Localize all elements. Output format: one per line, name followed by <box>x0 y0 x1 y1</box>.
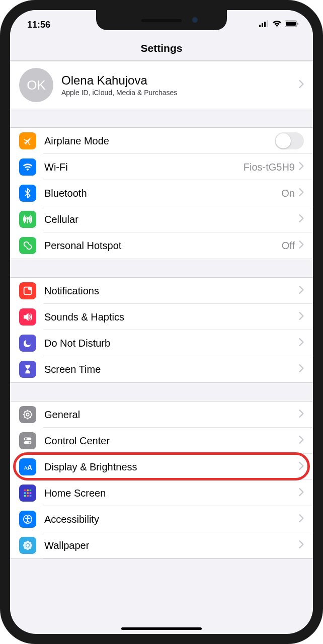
svg-rect-2 <box>264 22 266 27</box>
general-row[interactable]: General <box>10 401 313 428</box>
svg-point-33 <box>24 542 27 545</box>
svg-point-14 <box>29 442 31 444</box>
sounds-haptics-row[interactable]: Sounds & Haptics <box>10 304 313 330</box>
wifi-icon <box>19 158 36 176</box>
toggles-icon <box>19 432 36 449</box>
svg-rect-3 <box>267 20 268 27</box>
svg-text:A: A <box>27 464 32 471</box>
svg-rect-21 <box>27 492 29 494</box>
airplane-mode-switch[interactable] <box>275 132 304 149</box>
svg-rect-23 <box>24 495 26 497</box>
row-label: Screen Time <box>44 364 299 375</box>
do-not-disturb-row[interactable]: Do Not Disturb <box>10 330 313 356</box>
svg-point-10 <box>26 413 29 416</box>
home-screen-row[interactable]: Home Screen <box>10 480 313 506</box>
display-brightness-row[interactable]: AA Display & Brightness <box>10 454 313 480</box>
row-label: Personal Hotspot <box>44 240 282 252</box>
chevron-right-icon <box>299 188 304 198</box>
chevron-right-icon <box>299 162 304 172</box>
svg-rect-18 <box>27 490 29 492</box>
profile-group: OK Olena Kahujova Apple ID, iCloud, Medi… <box>10 61 313 109</box>
hourglass-icon <box>19 361 36 378</box>
settings-list[interactable]: OK Olena Kahujova Apple ID, iCloud, Medi… <box>10 61 313 630</box>
svg-rect-5 <box>286 22 296 26</box>
device-frame: 11:56 Settings OK <box>0 0 323 644</box>
row-label: Wallpaper <box>44 540 299 551</box>
avatar: OK <box>19 68 53 102</box>
svg-rect-0 <box>259 25 261 27</box>
row-label: Do Not Disturb <box>44 338 299 349</box>
chevron-right-icon <box>299 540 304 550</box>
row-label: General <box>44 409 299 421</box>
row-label: Display & Brightness <box>44 461 299 473</box>
bluetooth-row[interactable]: Bluetooth On <box>10 180 313 206</box>
chevron-right-icon <box>299 338 304 348</box>
chevron-right-icon <box>299 488 304 498</box>
accessibility-icon <box>19 511 36 528</box>
chevron-right-icon <box>299 462 304 472</box>
svg-point-35 <box>24 546 27 549</box>
row-label: Home Screen <box>44 488 299 499</box>
row-label: Notifications <box>44 285 299 297</box>
connectivity-group: Airplane Mode Wi-Fi Fios-tG5H9 Bluetooth… <box>10 127 313 259</box>
status-icons <box>259 20 299 29</box>
flower-icon <box>19 537 36 554</box>
svg-rect-20 <box>24 492 26 494</box>
row-label: Bluetooth <box>44 188 281 199</box>
cellular-row[interactable]: Cellular <box>10 206 313 232</box>
svg-point-27 <box>27 516 28 518</box>
moon-icon <box>19 335 36 352</box>
svg-point-8 <box>28 287 32 290</box>
apple-id-row[interactable]: OK Olena Kahujova Apple ID, iCloud, Medi… <box>10 61 313 109</box>
svg-rect-6 <box>297 23 298 25</box>
notifications-row[interactable]: Notifications <box>10 278 313 304</box>
navigation-bar: Settings <box>10 35 313 61</box>
chevron-right-icon <box>299 240 304 251</box>
home-indicator[interactable] <box>121 627 202 630</box>
page-title: Settings <box>10 42 313 54</box>
speaker-icon <box>19 308 36 326</box>
notifications-icon <box>19 282 36 299</box>
bluetooth-icon <box>19 185 36 202</box>
chevron-right-icon <box>299 514 304 524</box>
svg-point-28 <box>26 544 29 547</box>
accessibility-row[interactable]: Accessibility <box>10 506 313 532</box>
grid-icon <box>19 485 36 502</box>
svg-rect-25 <box>30 495 32 497</box>
airplane-mode-row[interactable]: Airplane Mode <box>10 128 313 154</box>
svg-rect-24 <box>27 495 29 497</box>
row-detail: Fios-tG5H9 <box>244 162 295 173</box>
device-group: General Control Center AA Display & Brig… <box>10 401 313 559</box>
row-detail: Off <box>282 240 295 252</box>
svg-rect-1 <box>262 23 263 27</box>
battery-icon <box>285 20 299 29</box>
chevron-right-icon <box>299 286 304 296</box>
svg-point-12 <box>25 438 27 440</box>
airplane-icon <box>19 132 36 149</box>
chevron-right-icon <box>299 214 304 224</box>
chevron-right-icon <box>299 312 304 322</box>
chevron-right-icon <box>299 410 304 420</box>
alerts-group: Notifications Sounds & Haptics Do Not Di… <box>10 277 313 383</box>
wifi-status-icon <box>272 20 282 29</box>
svg-rect-17 <box>24 490 26 492</box>
row-label: Cellular <box>44 214 299 225</box>
profile-name: Olena Kahujova <box>61 73 299 88</box>
row-label: Control Center <box>44 435 299 447</box>
svg-rect-19 <box>30 490 32 492</box>
svg-point-34 <box>29 542 32 545</box>
control-center-row[interactable]: Control Center <box>10 428 313 454</box>
row-label: Wi-Fi <box>44 162 244 173</box>
wifi-row[interactable]: Wi-Fi Fios-tG5H9 <box>10 154 313 180</box>
wallpaper-row[interactable]: Wallpaper <box>10 532 313 558</box>
notch <box>96 10 227 30</box>
personal-hotspot-row[interactable]: Personal Hotspot Off <box>10 232 313 259</box>
chevron-right-icon <box>299 436 304 446</box>
screen-time-row[interactable]: Screen Time <box>10 356 313 382</box>
svg-rect-22 <box>30 492 32 494</box>
row-detail: On <box>281 188 295 199</box>
row-label: Sounds & Haptics <box>44 311 299 323</box>
svg-point-36 <box>29 546 32 549</box>
row-label: Accessibility <box>44 514 299 525</box>
antenna-icon <box>19 211 36 228</box>
